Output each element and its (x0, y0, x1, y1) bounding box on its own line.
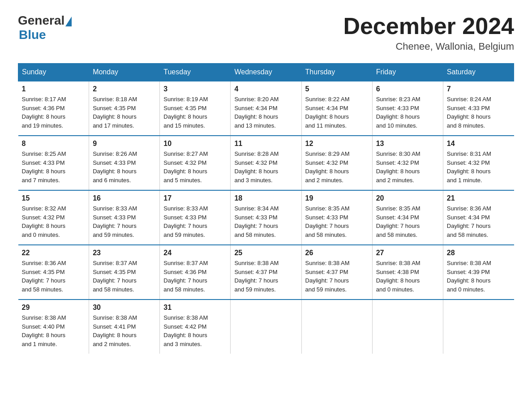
calendar-cell: 5 Sunrise: 8:22 AMSunset: 4:34 PMDayligh… (301, 81, 372, 136)
calendar-cell: 20 Sunrise: 8:35 AMSunset: 4:34 PMDaylig… (372, 190, 443, 245)
day-info: Sunrise: 8:25 AMSunset: 4:33 PMDaylight:… (22, 150, 86, 184)
day-number: 5 (305, 85, 369, 93)
day-info: Sunrise: 8:23 AMSunset: 4:33 PMDaylight:… (376, 95, 439, 130)
day-number: 31 (163, 304, 227, 312)
week-row-5: 29 Sunrise: 8:38 AMSunset: 4:40 PMDaylig… (18, 300, 514, 354)
day-number: 13 (376, 140, 439, 148)
header-sunday: Sunday (18, 64, 89, 81)
day-info: Sunrise: 8:29 AMSunset: 4:32 PMDaylight:… (305, 150, 369, 184)
day-number: 23 (93, 249, 156, 257)
logo-general-text: General (18, 13, 64, 28)
day-number: 18 (234, 194, 297, 202)
day-number: 19 (305, 194, 369, 202)
day-info: Sunrise: 8:37 AMSunset: 4:35 PMDaylight:… (93, 259, 156, 294)
calendar-cell: 23 Sunrise: 8:37 AMSunset: 4:35 PMDaylig… (89, 245, 160, 300)
calendar-table: SundayMondayTuesdayWednesdayThursdayFrid… (18, 63, 514, 354)
calendar-cell (301, 300, 372, 354)
day-number: 16 (93, 194, 156, 202)
day-info: Sunrise: 8:19 AMSunset: 4:35 PMDaylight:… (163, 95, 227, 130)
day-info: Sunrise: 8:38 AMSunset: 4:37 PMDaylight:… (234, 259, 297, 294)
day-info: Sunrise: 8:38 AMSunset: 4:38 PMDaylight:… (376, 259, 439, 294)
day-number: 20 (376, 194, 439, 202)
calendar-cell: 17 Sunrise: 8:33 AMSunset: 4:33 PMDaylig… (160, 190, 231, 245)
day-number: 9 (93, 140, 156, 148)
day-info: Sunrise: 8:20 AMSunset: 4:34 PMDaylight:… (234, 95, 297, 130)
logo: General Blue (18, 13, 72, 42)
day-info: Sunrise: 8:38 AMSunset: 4:41 PMDaylight:… (93, 313, 156, 348)
day-info: Sunrise: 8:24 AMSunset: 4:33 PMDaylight:… (447, 95, 511, 130)
calendar-cell: 13 Sunrise: 8:30 AMSunset: 4:32 PMDaylig… (372, 136, 443, 190)
day-number: 26 (305, 249, 369, 257)
logo-triangle-icon (65, 17, 72, 26)
calendar-cell: 18 Sunrise: 8:34 AMSunset: 4:33 PMDaylig… (231, 190, 301, 245)
calendar-cell: 29 Sunrise: 8:38 AMSunset: 4:40 PMDaylig… (18, 300, 89, 354)
day-info: Sunrise: 8:35 AMSunset: 4:33 PMDaylight:… (305, 204, 369, 239)
logo-blue-text: Blue (19, 28, 46, 42)
calendar-cell (443, 300, 514, 354)
calendar-cell: 15 Sunrise: 8:32 AMSunset: 4:32 PMDaylig… (18, 190, 89, 245)
day-info: Sunrise: 8:33 AMSunset: 4:33 PMDaylight:… (163, 204, 227, 239)
calendar-cell: 31 Sunrise: 8:38 AMSunset: 4:42 PMDaylig… (160, 300, 231, 354)
day-number: 4 (234, 85, 297, 93)
location-label: Chenee, Wallonia, Belgium (343, 41, 514, 52)
calendar-cell: 10 Sunrise: 8:27 AMSunset: 4:32 PMDaylig… (160, 136, 231, 190)
day-info: Sunrise: 8:38 AMSunset: 4:40 PMDaylight:… (22, 313, 86, 348)
day-info: Sunrise: 8:36 AMSunset: 4:34 PMDaylight:… (447, 204, 511, 239)
page-header: General Blue December 2024 Chenee, Wallo… (18, 13, 514, 52)
calendar-cell: 25 Sunrise: 8:38 AMSunset: 4:37 PMDaylig… (231, 245, 301, 300)
day-info: Sunrise: 8:30 AMSunset: 4:32 PMDaylight:… (376, 150, 439, 184)
calendar-cell: 16 Sunrise: 8:33 AMSunset: 4:33 PMDaylig… (89, 190, 160, 245)
calendar-cell (372, 300, 443, 354)
day-number: 8 (22, 140, 86, 148)
header-saturday: Saturday (443, 64, 514, 81)
calendar-cell: 27 Sunrise: 8:38 AMSunset: 4:38 PMDaylig… (372, 245, 443, 300)
day-number: 10 (163, 140, 227, 148)
calendar-cell: 4 Sunrise: 8:20 AMSunset: 4:34 PMDayligh… (231, 81, 301, 136)
calendar-cell: 28 Sunrise: 8:38 AMSunset: 4:39 PMDaylig… (443, 245, 514, 300)
header-wednesday: Wednesday (231, 64, 301, 81)
header-monday: Monday (89, 64, 160, 81)
day-info: Sunrise: 8:38 AMSunset: 4:37 PMDaylight:… (305, 259, 369, 294)
day-info: Sunrise: 8:32 AMSunset: 4:32 PMDaylight:… (22, 204, 86, 239)
day-number: 29 (22, 304, 86, 312)
calendar-cell: 1 Sunrise: 8:17 AMSunset: 4:36 PMDayligh… (18, 81, 89, 136)
day-number: 15 (22, 194, 86, 202)
calendar-cell: 8 Sunrise: 8:25 AMSunset: 4:33 PMDayligh… (18, 136, 89, 190)
calendar-cell: 19 Sunrise: 8:35 AMSunset: 4:33 PMDaylig… (301, 190, 372, 245)
day-number: 11 (234, 140, 297, 148)
calendar-cell: 21 Sunrise: 8:36 AMSunset: 4:34 PMDaylig… (443, 190, 514, 245)
day-number: 14 (447, 140, 511, 148)
day-number: 27 (376, 249, 439, 257)
day-number: 25 (234, 249, 297, 257)
day-info: Sunrise: 8:35 AMSunset: 4:34 PMDaylight:… (376, 204, 439, 239)
header-friday: Friday (372, 64, 443, 81)
day-number: 7 (447, 85, 511, 93)
day-number: 30 (93, 304, 156, 312)
calendar-cell: 6 Sunrise: 8:23 AMSunset: 4:33 PMDayligh… (372, 81, 443, 136)
day-info: Sunrise: 8:18 AMSunset: 4:35 PMDaylight:… (93, 95, 156, 130)
day-number: 22 (22, 249, 86, 257)
calendar-cell: 3 Sunrise: 8:19 AMSunset: 4:35 PMDayligh… (160, 81, 231, 136)
day-info: Sunrise: 8:38 AMSunset: 4:42 PMDaylight:… (163, 313, 227, 348)
day-number: 2 (93, 85, 156, 93)
month-title: December 2024 (343, 13, 514, 39)
week-row-3: 15 Sunrise: 8:32 AMSunset: 4:32 PMDaylig… (18, 190, 514, 245)
day-info: Sunrise: 8:36 AMSunset: 4:35 PMDaylight:… (22, 259, 86, 294)
day-info: Sunrise: 8:38 AMSunset: 4:39 PMDaylight:… (447, 259, 511, 294)
day-info: Sunrise: 8:34 AMSunset: 4:33 PMDaylight:… (234, 204, 297, 239)
calendar-cell: 9 Sunrise: 8:26 AMSunset: 4:33 PMDayligh… (89, 136, 160, 190)
week-row-1: 1 Sunrise: 8:17 AMSunset: 4:36 PMDayligh… (18, 81, 514, 136)
calendar-cell (231, 300, 301, 354)
day-info: Sunrise: 8:17 AMSunset: 4:36 PMDaylight:… (22, 95, 86, 130)
calendar-cell: 30 Sunrise: 8:38 AMSunset: 4:41 PMDaylig… (89, 300, 160, 354)
day-number: 24 (163, 249, 227, 257)
day-info: Sunrise: 8:26 AMSunset: 4:33 PMDaylight:… (93, 150, 156, 184)
calendar-cell: 7 Sunrise: 8:24 AMSunset: 4:33 PMDayligh… (443, 81, 514, 136)
calendar-cell: 2 Sunrise: 8:18 AMSunset: 4:35 PMDayligh… (89, 81, 160, 136)
calendar-cell: 22 Sunrise: 8:36 AMSunset: 4:35 PMDaylig… (18, 245, 89, 300)
day-number: 21 (447, 194, 511, 202)
week-row-2: 8 Sunrise: 8:25 AMSunset: 4:33 PMDayligh… (18, 136, 514, 190)
week-row-4: 22 Sunrise: 8:36 AMSunset: 4:35 PMDaylig… (18, 245, 514, 300)
calendar-cell: 11 Sunrise: 8:28 AMSunset: 4:32 PMDaylig… (231, 136, 301, 190)
day-info: Sunrise: 8:33 AMSunset: 4:33 PMDaylight:… (93, 204, 156, 239)
